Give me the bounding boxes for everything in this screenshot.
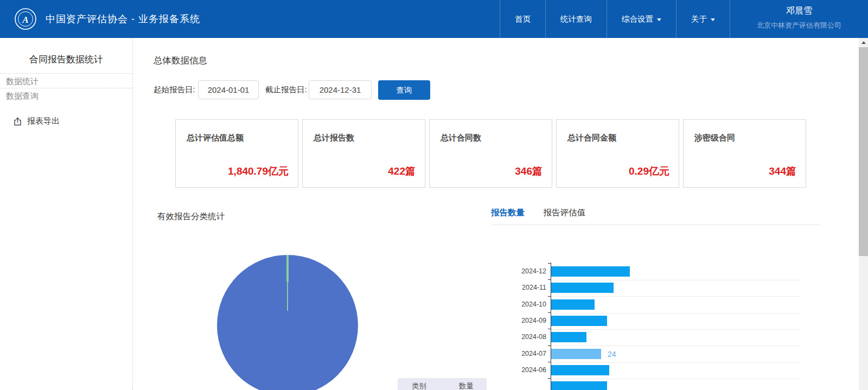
pie-table-header-category: 类别 [398,381,426,390]
export-report-button[interactable]: 报表导出 [0,116,132,126]
pie-section-title: 有效报告分类统计 [157,211,225,222]
query-button[interactable]: 查询 [378,80,430,100]
brand: A 中国资产评估协会 - 业务报备系统 [14,8,200,30]
user-name[interactable]: 邓晨雪 [746,5,852,17]
nav-menu: 首页 统计查询 综合设置 关于 [500,0,730,38]
bar-row[interactable]: 2024-09 [507,316,833,326]
card-value: 422篇 [388,164,416,178]
pie-chart[interactable] [217,255,358,390]
card-label: 涉密级合同 [694,133,735,143]
gridline [551,296,800,297]
sidebar-item-data-query[interactable]: 数据查询 [0,88,132,103]
card-label: 总计报告数 [314,133,354,143]
pie-table-header: 类别 数量 [398,378,487,390]
export-icon [14,117,22,126]
sidebar-menu: 数据统计 数据查询 [0,73,132,103]
top-navbar: A 中国资产评估协会 - 业务报备系统 首页 统计查询 综合设置 关于 邓晨雪 … [0,0,868,38]
bar-row[interactable]: 2024-08 [507,332,833,342]
page-scrollbar[interactable] [859,38,868,390]
summary-cards: 总计评估值总额 1,840.79亿元 总计报告数 422篇 总计合同数 346篇… [175,119,806,188]
brand-title: 中国资产评估协会 - 业务报备系统 [46,12,200,25]
scrollbar-thumb[interactable] [859,47,868,256]
gridline [551,362,800,363]
bar-value-label: 24 [608,350,616,359]
card-label: 总计合同金额 [567,133,616,143]
end-date-input[interactable] [309,80,372,99]
start-date-input[interactable] [198,80,259,99]
bar-row[interactable]: 2024-07 24 [507,349,833,359]
start-date-label: 起始报告日: [154,80,195,100]
sidebar-item-data-statistics[interactable]: 数据统计 [0,74,132,88]
nav-item-settings[interactable]: 综合设置 [607,0,676,38]
bar-category-label: 2024-11 [507,283,546,293]
chevron-down-icon [711,18,715,21]
bar[interactable] [551,299,595,310]
nav-item-about[interactable]: 关于 [676,0,730,38]
bar-row[interactable]: 2024-11 [507,283,833,293]
cas-logo-icon: A [14,8,37,30]
nav-item-statistics-query[interactable]: 统计查询 [545,0,607,38]
svg-text:A: A [22,15,28,25]
card-value: 0.29亿元 [629,164,669,178]
bar-category-label: 2024-08 [507,332,546,342]
card-classified-contracts: 涉密级合同 344篇 [683,119,806,188]
pie-table-header-count: 数量 [459,381,487,390]
card-value: 346篇 [515,164,542,178]
card-label: 总计合同数 [441,133,481,143]
bar[interactable] [551,365,609,375]
bar[interactable] [551,316,607,326]
bar-category-label: 2024-10 [507,299,546,310]
gridline [551,346,800,346]
gridline [551,313,800,314]
bar[interactable] [551,283,614,293]
overview-section-title: 总体数据信息 [154,55,207,67]
gridline [551,329,800,330]
bar[interactable] [551,349,601,359]
bar[interactable] [551,381,607,390]
card-total-appraised-value: 总计评估值总额 1,840.79亿元 [175,119,298,188]
sidebar: 合同报告数据统计 数据统计 数据查询 报表导出 [0,38,133,390]
bar-row[interactable]: 2024-12 [507,266,833,277]
chevron-down-icon [657,18,661,21]
user-organization: 北京中林资产评估有限公司 [746,21,852,30]
bar[interactable] [551,266,630,277]
bar[interactable] [551,332,586,342]
card-value: 344篇 [769,164,796,178]
card-total-contracts: 总计合同数 346篇 [429,119,552,188]
nav-item-home[interactable]: 首页 [500,0,545,38]
gridline [551,379,800,379]
bar-category-label: 2024-12 [507,266,546,277]
card-total-reports: 总计报告数 422篇 [302,119,425,188]
tab-report-appraised-value[interactable]: 报告评估值 [543,207,585,219]
bar-category-label: 2024-06 [507,365,546,375]
report-chart-tabs: 报告数量 报告评估值 [491,207,820,225]
bar-category-label: 2024-07 [507,349,546,359]
bar-category-label: 2024-09 [507,316,546,326]
card-total-contract-amount: 总计合同金额 0.29亿元 [556,119,679,188]
sidebar-title: 合同报告数据统计 [0,53,132,66]
bar-row[interactable]: 2024-10 [507,299,833,310]
scrollbar-up-arrow-icon[interactable] [859,38,868,47]
end-date-label: 截止报告日: [265,80,307,100]
user-block[interactable]: 邓晨雪 北京中林资产评估有限公司 [730,0,868,38]
bar-row[interactable]: 2024-06 [507,365,833,375]
gridline [551,280,800,280]
bar-row[interactable] [507,381,833,390]
tab-report-count[interactable]: 报告数量 [491,207,525,219]
card-label: 总计评估值总额 [187,133,244,143]
export-label: 报表导出 [27,116,60,126]
app-root: A 中国资产评估协会 - 业务报备系统 首页 统计查询 综合设置 关于 邓晨雪 … [0,0,868,390]
card-value: 1,840.79亿元 [228,164,289,178]
